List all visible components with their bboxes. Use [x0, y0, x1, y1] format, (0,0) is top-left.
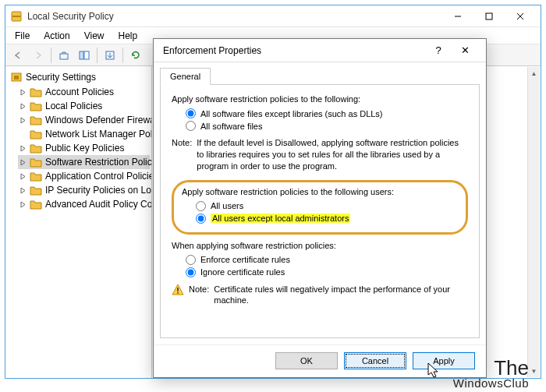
caret-icon	[20, 89, 27, 96]
menu-action[interactable]: Action	[37, 29, 76, 43]
radio-label-s3-opt2: Ignore certificate rules	[200, 267, 285, 277]
note-text: If the default level is Disallowed, appl…	[197, 137, 468, 172]
radio-label-s1-opt2: All software files	[200, 122, 262, 131]
caret-icon	[20, 173, 27, 180]
radio-ignore-cert[interactable]: Ignore certificate rules	[186, 267, 468, 277]
tree-item-label: Windows Defender Firewall	[45, 115, 152, 125]
tree-root[interactable]: Security Settings	[7, 69, 150, 85]
highlighted-users-group: Apply software restriction policies to t…	[172, 180, 468, 235]
vertical-scrollbar[interactable]: ▲ ▼	[527, 67, 540, 377]
folder-icon	[30, 100, 42, 112]
tree-item[interactable]: Network List Manager Policies	[18, 127, 150, 141]
radio-label-s3-opt1: Enforce certificate rules	[200, 255, 290, 264]
folder-icon	[30, 86, 42, 98]
folder-icon	[30, 184, 42, 196]
caret-icon	[20, 159, 27, 166]
toolbar-export-button[interactable]	[101, 46, 119, 65]
radio-all-users[interactable]: All users	[196, 201, 458, 211]
toolbar-show-hide-button[interactable]	[75, 46, 94, 65]
tree-item[interactable]: Windows Defender Firewall	[18, 113, 150, 127]
radio-all-files-except-libs[interactable]: All software files except libraries (suc…	[186, 108, 468, 118]
caret-icon	[20, 145, 27, 152]
tree-item[interactable]: Advanced Audit Policy Configuration	[18, 197, 150, 211]
toolbar-back-button[interactable]	[9, 46, 27, 65]
menu-help[interactable]: Help	[112, 29, 144, 43]
tree-item-label: Advanced Audit Policy Configuration	[45, 199, 152, 210]
toolbar-forward-button[interactable]	[29, 46, 48, 65]
radio-all-users-except-admins[interactable]: All users except local administrators	[196, 214, 458, 224]
app-title: Local Security Policy	[27, 11, 114, 22]
dialog-help-button[interactable]: ?	[425, 40, 452, 62]
section2-label: Apply software restriction policies to t…	[182, 187, 458, 196]
dialog-button-row: OK Cancel Apply	[154, 344, 486, 376]
radio-enforce-cert[interactable]: Enforce certificate rules	[186, 255, 468, 265]
radio-label-s2-opt1: All users	[211, 201, 243, 210]
dialog-titlebar: Enforcement Properties ? ✕	[154, 39, 486, 62]
tree-item-label: Public Key Policies	[45, 143, 124, 154]
watermark: The WindowsClub	[453, 358, 529, 389]
tree-item-label: Network List Manager Policies	[45, 129, 152, 139]
caret-icon	[20, 117, 27, 124]
tree-root-label: Security Settings	[26, 72, 96, 83]
tree-item[interactable]: Account Policies	[18, 85, 150, 99]
caret-icon	[20, 187, 27, 194]
properties-dialog: Enforcement Properties ? ✕ General Apply…	[153, 38, 487, 378]
main-titlebar: Local Security Policy	[5, 5, 541, 27]
folder-icon	[30, 142, 42, 154]
caret-icon	[20, 201, 27, 208]
radio-label-s2-opt2: All users except local administrators	[211, 214, 350, 223]
caret-icon	[20, 103, 27, 110]
radio-input-s1-opt2[interactable]	[186, 121, 196, 131]
tree-item-label: Account Policies	[45, 87, 114, 97]
note-label: Note:	[189, 284, 209, 307]
tree-item-label: Local Policies	[45, 101, 102, 111]
dialog-close-button[interactable]: ✕	[452, 40, 478, 62]
radio-all-files[interactable]: All software files	[186, 121, 468, 131]
folder-icon	[30, 114, 42, 126]
maximize-button[interactable]	[473, 6, 505, 26]
cancel-button[interactable]: Cancel	[344, 352, 406, 369]
svg-rect-11	[14, 76, 19, 79]
svg-rect-8	[84, 51, 89, 59]
radio-input-s3-opt1[interactable]	[186, 255, 196, 265]
toolbar-up-button[interactable]	[55, 46, 73, 65]
svg-rect-13	[177, 292, 179, 294]
tree-item[interactable]: Application Control Policies	[18, 169, 150, 183]
scroll-up-button[interactable]: ▲	[529, 67, 540, 79]
scroll-down-button[interactable]: ▼	[529, 365, 540, 377]
tab-general[interactable]: General	[160, 68, 211, 85]
svg-rect-7	[80, 51, 83, 59]
folder-icon	[30, 170, 42, 182]
section3-note: Note: Certificate rules will negatively …	[172, 284, 468, 307]
tree-pane[interactable]: Security Settings Account PoliciesLocal …	[5, 66, 152, 378]
svg-rect-3	[486, 13, 492, 19]
security-icon	[10, 71, 23, 83]
menu-view[interactable]: View	[78, 29, 111, 43]
radio-input-s1-opt1[interactable]	[186, 108, 196, 118]
section3-label: When applying software restriction polic…	[172, 241, 468, 250]
note-label: Note:	[172, 137, 192, 172]
menu-file[interactable]: File	[9, 29, 36, 43]
tree-item[interactable]: Local Policies	[18, 99, 150, 113]
radio-input-s2-opt2[interactable]	[196, 214, 206, 224]
tab-strip: General	[154, 65, 486, 84]
ok-button[interactable]: OK	[275, 352, 338, 369]
tree-item-label: IP Security Policies on Local	[45, 185, 152, 196]
tab-content: Apply software restriction policies to t…	[160, 84, 480, 338]
radio-label-s1-opt1: All software files except libraries (suc…	[200, 109, 383, 118]
app-icon	[10, 10, 23, 23]
section1-note: Note: If the default level is Disallowed…	[172, 137, 468, 172]
folder-icon	[30, 156, 42, 168]
svg-rect-1	[12, 16, 20, 17]
watermark-line1: The	[453, 358, 529, 378]
minimize-button[interactable]	[442, 6, 473, 26]
tree-item[interactable]: Software Restriction Policies	[18, 155, 150, 169]
svg-rect-12	[177, 288, 179, 291]
radio-input-s3-opt2[interactable]	[186, 267, 196, 277]
close-button[interactable]	[505, 6, 536, 26]
tree-item[interactable]: Public Key Policies	[18, 141, 150, 155]
tree-item[interactable]: IP Security Policies on Local	[18, 183, 150, 197]
radio-input-s2-opt1[interactable]	[196, 201, 206, 211]
tree-item-label: Software Restriction Policies	[45, 157, 152, 168]
toolbar-refresh-button[interactable]	[126, 46, 145, 65]
